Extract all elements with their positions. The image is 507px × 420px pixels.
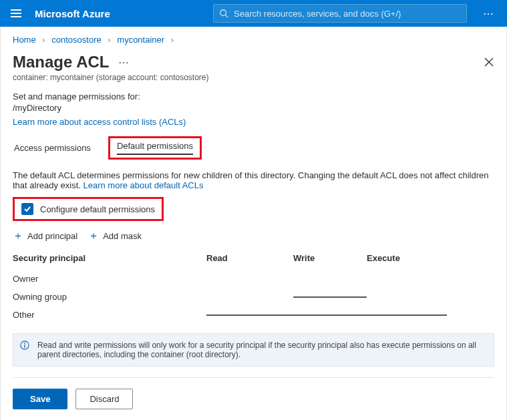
- principal-name: Other: [13, 310, 206, 320]
- search-icon: [219, 9, 228, 18]
- add-principal-label: Add principal: [27, 231, 77, 241]
- col-write: Write: [293, 253, 367, 263]
- permissions-table: Security principal Read Write Execute Ow…: [13, 248, 494, 324]
- read-checkbox[interactable]: [206, 314, 293, 316]
- global-search[interactable]: [213, 4, 467, 23]
- info-banner: Read and write permissions will only wor…: [13, 333, 494, 367]
- check-icon: [206, 293, 214, 301]
- breadcrumb-home[interactable]: Home: [13, 35, 36, 45]
- execute-checkbox[interactable]: [367, 275, 447, 283]
- search-input[interactable]: [234, 9, 461, 19]
- plus-icon: ＋: [13, 230, 23, 241]
- discard-button[interactable]: Discard: [75, 389, 133, 409]
- check-icon: [293, 275, 301, 283]
- tab-strip: Access permissions Default permissions: [13, 136, 494, 160]
- tab-underline: [117, 154, 193, 155]
- execute-checkbox[interactable]: [367, 314, 447, 316]
- top-nav-bar: Microsoft Azure ⋯: [0, 0, 507, 27]
- breadcrumb-storage[interactable]: contosostore: [51, 35, 101, 45]
- table-header: Security principal Read Write Execute: [13, 248, 494, 270]
- write-checkbox[interactable]: [293, 275, 367, 283]
- title-row: Manage ACL ⋯: [13, 53, 494, 71]
- page-subtitle: container: mycontainer (storage account:…: [13, 73, 494, 82]
- configure-default-checkbox[interactable]: [21, 203, 33, 215]
- main-content: Home › contosostore › mycontainer › Mana…: [0, 27, 507, 420]
- info-icon: [20, 341, 29, 352]
- close-button[interactable]: [484, 57, 494, 67]
- add-mask-label: Add mask: [103, 231, 142, 241]
- tab-default-label: Default permissions: [117, 141, 193, 151]
- col-read: Read: [206, 253, 293, 263]
- principal-name: Owner: [13, 274, 206, 284]
- tab-access-permissions[interactable]: Access permissions: [13, 139, 92, 157]
- check-icon: [23, 205, 31, 213]
- add-principal-button[interactable]: ＋ Add principal: [13, 230, 77, 241]
- hamburger-menu-button[interactable]: [5, 3, 27, 24]
- title-more-button[interactable]: ⋯: [118, 56, 129, 69]
- svg-line-1: [226, 15, 228, 18]
- principal-name: Owning group: [13, 292, 206, 302]
- default-acl-description: The default ACL determines permissions f…: [13, 170, 494, 190]
- directory-path: /myDirectory: [13, 103, 494, 113]
- info-text: Read and write permissions will only wor…: [37, 341, 476, 359]
- col-principal: Security principal: [13, 253, 206, 263]
- breadcrumb: Home › contosostore › mycontainer ›: [13, 35, 494, 45]
- plus-icon: ＋: [88, 230, 99, 241]
- topbar-more-button[interactable]: ⋯: [475, 7, 502, 20]
- intro-text: Set and manage permissions for:: [13, 91, 494, 101]
- chevron-right-icon: ›: [108, 35, 110, 45]
- execute-checkbox[interactable]: [367, 293, 447, 301]
- page-title: Manage ACL: [13, 53, 109, 71]
- table-row: Owning group: [13, 288, 494, 306]
- svg-point-5: [24, 343, 25, 344]
- hamburger-icon: [11, 9, 21, 17]
- divider: [13, 377, 494, 378]
- svg-point-0: [220, 10, 226, 16]
- learn-acl-link[interactable]: Learn more about access control lists (A…: [13, 117, 186, 127]
- learn-default-acl-link[interactable]: Learn more about default ACLs: [83, 180, 204, 190]
- configure-default-row: Configure default permissions: [13, 197, 164, 221]
- table-row: Other: [13, 306, 494, 324]
- read-checkbox[interactable]: [206, 293, 293, 301]
- write-checkbox[interactable]: [293, 296, 367, 298]
- configure-default-label: Configure default permissions: [40, 204, 155, 214]
- action-bar: ＋ Add principal ＋ Add mask: [13, 230, 494, 241]
- brand-label: Microsoft Azure: [35, 8, 110, 19]
- check-icon: [367, 293, 375, 301]
- tab-default-permissions[interactable]: Default permissions: [108, 136, 202, 160]
- breadcrumb-container[interactable]: mycontainer: [117, 35, 164, 45]
- add-mask-button[interactable]: ＋ Add mask: [88, 230, 142, 241]
- save-button[interactable]: Save: [13, 389, 67, 409]
- chevron-right-icon: ›: [42, 35, 45, 45]
- svg-rect-6: [24, 345, 25, 348]
- table-row: Owner: [13, 270, 494, 288]
- check-icon: [206, 275, 214, 283]
- chevron-right-icon: ›: [171, 35, 174, 45]
- read-checkbox[interactable]: [206, 275, 293, 283]
- write-checkbox[interactable]: [293, 314, 367, 316]
- col-execute: Execute: [367, 253, 447, 263]
- close-icon: [484, 57, 494, 67]
- check-icon: [367, 275, 375, 283]
- footer-buttons: Save Discard: [13, 389, 494, 409]
